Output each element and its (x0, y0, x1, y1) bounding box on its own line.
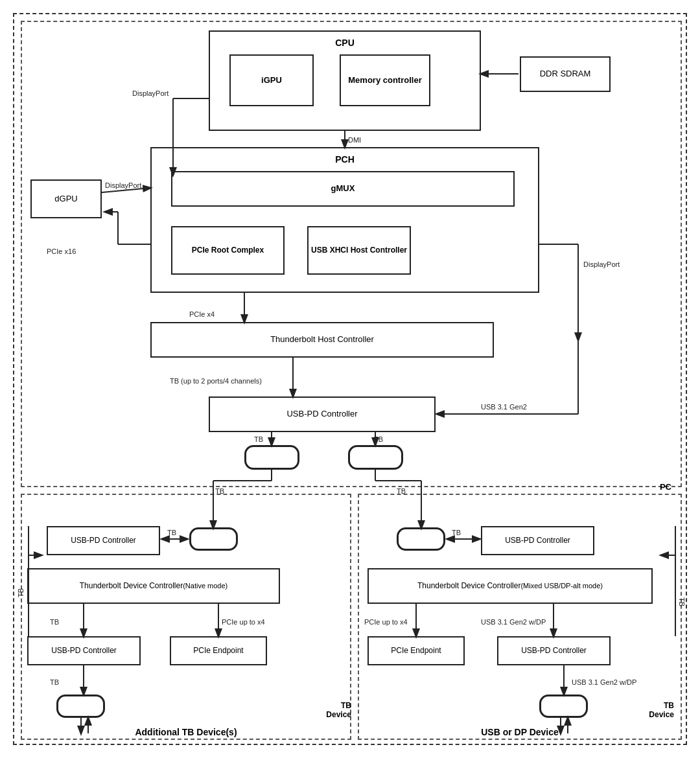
cpu-label: CPU (335, 37, 355, 49)
usb-pd-main-box: USB-PD Controller (209, 396, 436, 432)
mixed-mode-label: (Mixed USB/DP-alt mode) (520, 581, 603, 590)
gmux-box: gMUX (171, 171, 515, 207)
native-mode-label: (Native mode) (183, 581, 228, 590)
tb-device-left-label: TBDevice (326, 701, 351, 719)
usb-dp-label: USB or DP Device (358, 727, 682, 737)
usbc-right-main (348, 445, 403, 470)
usb-pd-left1-box: USB-PD Controller (47, 526, 160, 555)
pch-label: PCH (335, 154, 355, 165)
pch-box: PCH gMUX PCIe Root Complex USB XHCI Host… (150, 147, 539, 293)
diagram-wrapper: PC CPU iGPU Memory controller DDR SDRAM … (13, 13, 687, 745)
cpu-box: CPU iGPU Memory controller (209, 30, 481, 131)
pcie-root-box: PCIe Root Complex (171, 226, 285, 275)
tb-device-ctrl-right-box: Thunderbolt Device Controller (Mixed USB… (368, 568, 653, 604)
usbc-left-device (189, 527, 238, 551)
ddr-sdram-box: DDR SDRAM (520, 56, 611, 92)
dgpu-box: dGPU (30, 179, 102, 218)
usbc-bottom-left (56, 695, 105, 718)
usbc-bottom-right (539, 695, 588, 718)
memory-controller-box: Memory controller (340, 54, 430, 106)
pcie-endpoint-right-box: PCIe Endpoint (368, 636, 465, 665)
usb-xhci-box: USB XHCI Host Controller (307, 226, 411, 275)
usb-pd-right1-box: USB-PD Controller (481, 526, 594, 555)
additional-tb-label: Additional TB Device(s) (21, 727, 351, 737)
usb-pd-right2-box: USB-PD Controller (497, 636, 611, 665)
pc-label: PC (660, 482, 671, 492)
tb-device-right-label: TBDevice (649, 701, 674, 719)
thunderbolt-host-box: Thunderbolt Host Controller (150, 322, 494, 358)
usb-pd-left2-box: USB-PD Controller (27, 636, 141, 665)
usbc-right-device-top (397, 527, 445, 551)
pcie-endpoint-left-box: PCIe Endpoint (170, 636, 267, 665)
usbc-left-main (244, 445, 299, 470)
igpu-box: iGPU (229, 54, 314, 106)
tb-device-ctrl-left-box: Thunderbolt Device Controller (Native mo… (27, 568, 280, 604)
